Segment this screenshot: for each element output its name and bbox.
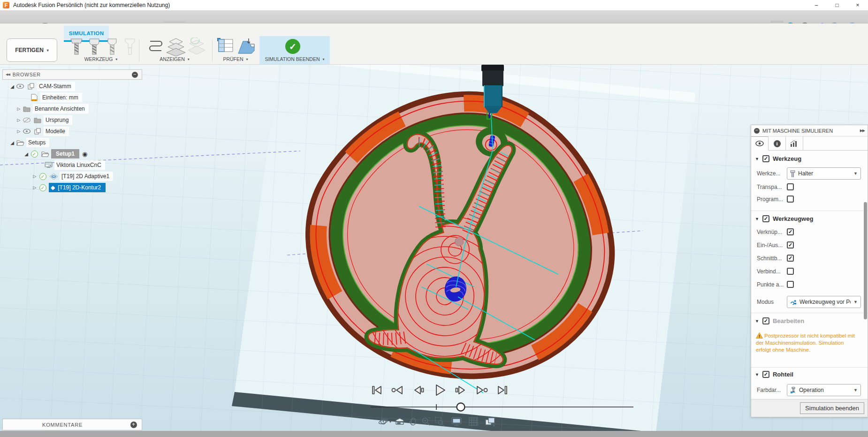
component-icon xyxy=(33,128,42,135)
stock-refresh-icon[interactable] xyxy=(187,38,206,56)
next-operation-button[interactable] xyxy=(475,384,488,396)
collapsed-icon[interactable]: ▷ xyxy=(15,129,22,134)
info-tab[interactable]: i xyxy=(769,136,786,151)
zoom-icon[interactable] xyxy=(421,416,431,427)
visibility-eye-icon[interactable] xyxy=(15,84,25,89)
play-button[interactable] xyxy=(433,384,446,397)
timeline-handle[interactable] xyxy=(457,403,465,411)
tree-item-machine[interactable]: Viktoria LinuxCnC xyxy=(2,159,105,171)
comments-bar[interactable]: KOMMENTARE + xyxy=(2,419,142,430)
go-to-start-button[interactable] xyxy=(371,384,383,396)
statistics-window-icon[interactable] xyxy=(217,38,236,56)
panel-expand-icon[interactable]: ▶▶ xyxy=(860,128,865,133)
rohteil-checkbox[interactable] xyxy=(762,371,769,378)
tool-holder-cap xyxy=(481,65,504,71)
step-forward-button[interactable] xyxy=(454,384,467,396)
look-at-icon[interactable] xyxy=(395,416,405,427)
collapsed-icon[interactable]: ▷ xyxy=(31,185,38,190)
simulation-timeline[interactable] xyxy=(371,402,633,412)
panel-minimize-icon[interactable]: − xyxy=(754,128,760,134)
minimize-button[interactable]: – xyxy=(806,0,827,10)
tool-chamfer-icon[interactable] xyxy=(104,38,120,56)
group-simulation-beenden[interactable]: SIMULATION BEENDEN▾ xyxy=(259,55,330,63)
tree-item-setups[interactable]: ◢ Setups xyxy=(2,137,49,148)
collapsed-icon[interactable]: ▷ xyxy=(31,174,38,179)
werkzeug-dropdown[interactable]: Halter ▼ xyxy=(787,167,861,180)
punkte-checkbox[interactable] xyxy=(787,281,794,288)
werkzeugweg-checkbox[interactable] xyxy=(762,215,769,222)
compare-sizes-icon[interactable] xyxy=(236,38,256,56)
group-anzeigen[interactable]: ANZEIGEN▾ xyxy=(141,55,208,63)
visibility-off-eye-icon[interactable] xyxy=(22,117,31,123)
section-werkzeugweg[interactable]: ▼ Werkzeugweg xyxy=(755,215,813,222)
transparent-checkbox[interactable] xyxy=(787,183,794,190)
expanded-icon[interactable]: ◢ xyxy=(9,140,15,145)
fertigen-menu-button[interactable]: FERTIGEN▾ xyxy=(7,38,57,62)
toolpath-mode-icon xyxy=(790,300,797,305)
verbindungen-checkbox[interactable] xyxy=(787,268,794,275)
tree-item-2d-kontur2[interactable]: ▷ ✓ ◆ [T19] 2D-Kontur2 xyxy=(2,182,106,193)
close-button[interactable]: × xyxy=(847,0,868,10)
holder-icon xyxy=(790,170,795,177)
ein-aus-checkbox[interactable] xyxy=(787,241,794,249)
stock-display-icon[interactable] xyxy=(166,38,186,56)
group-werkzeug[interactable]: WERKZEUG▾ xyxy=(66,55,136,63)
collapsed-icon[interactable]: ▷ xyxy=(15,106,22,111)
tool-ball-endmill-icon[interactable] xyxy=(86,38,102,56)
collapsed-icon[interactable]: ▷ xyxy=(15,118,22,122)
collapse-browser-icon[interactable]: ◀◀ xyxy=(6,73,10,76)
tree-item-benannte-ansichten[interactable]: ▷ Benannte Ansichten xyxy=(2,103,89,114)
programmstopp-checkbox[interactable] xyxy=(787,196,794,203)
setup1-selected-label[interactable]: Setup1 xyxy=(51,149,79,158)
verknuepfungen-checkbox[interactable] xyxy=(787,228,794,235)
pan-icon[interactable] xyxy=(408,416,418,427)
section-werkzeug[interactable]: ▼ Werkzeug xyxy=(755,155,801,162)
schnittbewegungen-checkbox[interactable] xyxy=(787,255,794,262)
browser-tree: ◢ CAM-Stamm Einheiten: mm ▷ Benannte Ans… xyxy=(2,80,190,197)
expanded-icon[interactable]: ◢ xyxy=(9,84,15,89)
simulation-beenden-button[interactable]: Simulation beenden xyxy=(800,402,864,414)
tree-item-2d-adaptive1[interactable]: ▷ ✓ [T19] 2D Adaptive1 xyxy=(2,171,113,182)
simulation-end-check-icon[interactable]: ✓ xyxy=(285,39,300,54)
row-transparent: Transpa... xyxy=(757,183,794,190)
previous-oper​ation-button[interactable] xyxy=(391,384,404,396)
bottom-scrollbar-strip[interactable] xyxy=(0,431,868,437)
maximize-button[interactable]: □ xyxy=(827,0,847,10)
viewports-icon[interactable]: ▾ xyxy=(485,416,499,427)
activate-target-icon[interactable]: ◉ xyxy=(82,151,87,158)
visibility-eye-icon[interactable] xyxy=(22,129,31,134)
fit-icon[interactable]: ▾ xyxy=(434,416,448,427)
tree-item-modelle[interactable]: ▷ Modelle xyxy=(2,126,69,137)
postprocessor-warning: !Postprozessor ist nicht kompatibel mit … xyxy=(756,332,860,354)
tree-item-setup1[interactable]: ◢ ✓ Setup1 ◉ xyxy=(2,148,87,159)
statistics-tab[interactable] xyxy=(786,136,803,151)
toolpath-display-icon[interactable] xyxy=(146,38,165,56)
go-to-end-button[interactable] xyxy=(496,384,509,396)
tool-flat-endmill-icon[interactable] xyxy=(69,38,84,56)
modus-dropdown[interactable]: Werkzeugweg vor Po... ▼ xyxy=(787,296,861,308)
bearbeiten-checkbox[interactable] xyxy=(762,317,769,324)
tree-item-ursprung[interactable]: ▷ Ursprung xyxy=(2,114,72,126)
add-comment-icon[interactable]: + xyxy=(130,422,137,428)
tool-holder-icon[interactable] xyxy=(122,38,138,56)
tree-item-einheiten[interactable]: Einheiten: mm xyxy=(2,92,82,103)
section-rohteil[interactable]: ▼ Rohteil xyxy=(755,371,793,378)
adaptive-operation-icon xyxy=(49,173,58,180)
grid-settings-icon[interactable]: ▾ xyxy=(468,416,481,427)
display-settings-icon[interactable]: ▾ xyxy=(451,416,465,427)
orbit-icon[interactable]: ▾ xyxy=(378,416,391,427)
step-back-button[interactable] xyxy=(412,384,425,396)
display-eye-tab[interactable] xyxy=(751,136,769,151)
group-pruefen[interactable]: PRÜFEN▾ xyxy=(212,55,259,63)
tree-item-cam-stamm[interactable]: ◢ CAM-Stamm xyxy=(2,81,75,92)
browser-header[interactable]: ◀◀ BROWSER − xyxy=(2,69,142,80)
browser-minimize-icon[interactable]: − xyxy=(132,72,138,78)
werkzeug-checkbox[interactable] xyxy=(762,155,769,162)
expanded-icon[interactable]: ◢ xyxy=(23,151,30,157)
panel-header[interactable]: − MIT MASCHINE SIMULIEREN ▶▶ xyxy=(751,125,868,136)
farbdarstellung-dropdown[interactable]: Operation ▼ xyxy=(787,384,861,396)
section-bearbeiten[interactable]: ▼ Bearbeiten xyxy=(755,317,804,324)
kontur2-selected-label[interactable]: ◆ [T19] 2D-Kontur2 xyxy=(49,183,106,192)
tool-shaft xyxy=(484,85,503,106)
panel-scrollbar[interactable] xyxy=(864,202,867,319)
